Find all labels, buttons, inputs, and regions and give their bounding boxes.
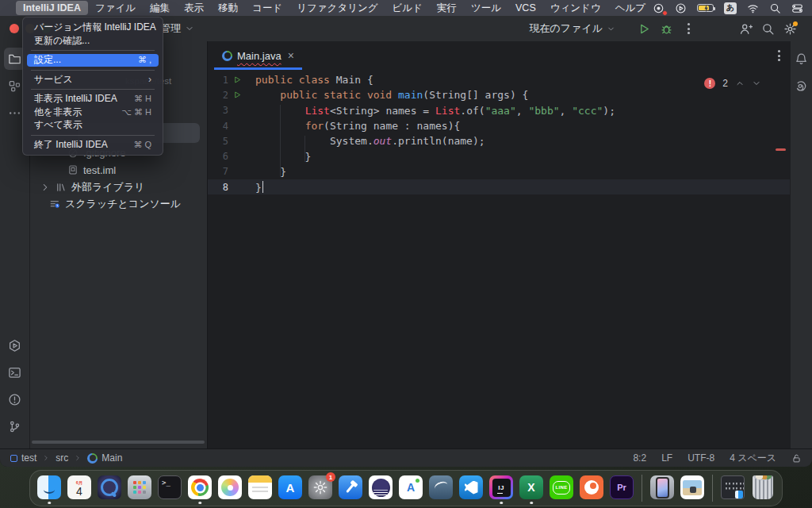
dock-appstore[interactable]: A bbox=[278, 474, 302, 502]
menubar-item[interactable]: 実行 bbox=[430, 0, 464, 17]
dock-line[interactable]: LINE bbox=[550, 474, 573, 502]
control-center-icon[interactable] bbox=[791, 2, 803, 14]
menu-item[interactable]: 非表示 IntelliJ IDEA⌘ H bbox=[27, 93, 159, 106]
panel-horizontal-scrollbar[interactable] bbox=[32, 441, 205, 444]
menubar-item[interactable]: ウィンドウ bbox=[543, 0, 608, 17]
dock-terminal[interactable]: >_ bbox=[158, 474, 182, 502]
dock-eclipse[interactable] bbox=[369, 474, 393, 502]
dock-android-studio[interactable]: A bbox=[399, 474, 423, 502]
inspections-widget[interactable]: ! 2 bbox=[704, 78, 761, 89]
app-glyph: LINE bbox=[556, 485, 568, 490]
dock-mysql[interactable] bbox=[429, 474, 453, 502]
run-gutter[interactable] bbox=[228, 90, 246, 99]
play-icon[interactable] bbox=[233, 90, 242, 99]
tool-stripe-services[interactable] bbox=[4, 334, 26, 356]
editor-options-icon[interactable] bbox=[778, 50, 780, 61]
breadcrumb-item[interactable]: src bbox=[56, 452, 68, 464]
tool-stripe-notifications[interactable] bbox=[791, 48, 812, 70]
previous-error-icon[interactable] bbox=[735, 79, 745, 88]
dock-vscode[interactable] bbox=[459, 474, 483, 502]
status-widget[interactable]: UTF-8 bbox=[688, 452, 714, 464]
dock-excel[interactable]: X bbox=[519, 474, 543, 502]
code-with-me-button[interactable] bbox=[734, 19, 756, 38]
more-actions-button[interactable] bbox=[677, 19, 699, 38]
screen-recording-icon[interactable] bbox=[653, 2, 665, 14]
tool-stripe-problems[interactable] bbox=[4, 388, 26, 410]
menu-item[interactable]: すべて表示 bbox=[27, 119, 159, 132]
code-editor[interactable]: 1public class Main {2 public static void… bbox=[208, 70, 790, 448]
dock-notes[interactable] bbox=[248, 474, 272, 502]
tool-stripe-ai-assistant[interactable] bbox=[791, 75, 812, 97]
menu-item[interactable]: バージョン情報 IntelliJ IDEA bbox=[27, 21, 159, 34]
breadcrumb-item[interactable]: test bbox=[10, 452, 36, 464]
dock-trash[interactable] bbox=[751, 474, 775, 502]
tree-item[interactable]: test.iml bbox=[30, 162, 207, 179]
menubar-item[interactable]: 表示 bbox=[177, 0, 211, 17]
menu-separator bbox=[31, 50, 155, 51]
menu-item[interactable]: 他を非表示⌥ ⌘ H bbox=[27, 106, 159, 119]
dock-quicktime[interactable] bbox=[98, 474, 121, 502]
lock-open-icon[interactable] bbox=[791, 453, 802, 464]
status-widget[interactable]: LF bbox=[661, 452, 672, 464]
menubar-item[interactable]: VCS bbox=[508, 1, 543, 15]
dock-launchpad[interactable] bbox=[128, 474, 151, 502]
dock-iphone-mirroring[interactable] bbox=[650, 474, 674, 502]
menubar-item[interactable]: ファイル bbox=[88, 0, 143, 17]
dock-calendar[interactable]: 6月4 bbox=[67, 474, 91, 502]
close-window-button[interactable] bbox=[10, 24, 19, 33]
breadcrumb-item[interactable]: Main bbox=[87, 452, 122, 464]
structure-icon bbox=[8, 79, 21, 93]
search-everywhere-button[interactable] bbox=[756, 19, 779, 38]
error-stripe-mark[interactable] bbox=[776, 148, 786, 151]
spotlight-icon[interactable] bbox=[769, 2, 781, 14]
settings-button[interactable] bbox=[779, 19, 801, 38]
play-circle-icon[interactable] bbox=[675, 2, 687, 14]
wifi-icon[interactable] bbox=[747, 2, 759, 14]
menu-item[interactable]: 設定...⌘ , bbox=[27, 54, 159, 67]
status-widget[interactable]: 8:2 bbox=[633, 452, 646, 464]
project-widget[interactable]: 管理 bbox=[160, 16, 194, 41]
tree-item[interactable]: 外部ライブラリ bbox=[30, 179, 207, 196]
menubar-item[interactable]: コード bbox=[245, 0, 289, 17]
menu-item[interactable]: サービス› bbox=[27, 74, 159, 87]
dock-window-thumbnail[interactable] bbox=[721, 474, 745, 502]
menu-item[interactable]: 更新の確認... bbox=[27, 35, 159, 48]
dock-postman[interactable] bbox=[580, 474, 603, 502]
run-gutter[interactable] bbox=[228, 75, 246, 84]
input-method-icon[interactable]: あ bbox=[724, 2, 737, 14]
menubar-item[interactable]: ヘルプ bbox=[608, 0, 653, 17]
run-configuration-selector[interactable]: 現在のファイル bbox=[529, 21, 615, 36]
menu-item[interactable]: 終了 IntelliJ IDEA⌘ Q bbox=[27, 139, 159, 152]
menubar-item[interactable]: ツール bbox=[464, 0, 508, 17]
menubar-item[interactable]: IntelliJ IDEA bbox=[16, 1, 88, 15]
dock-photos[interactable] bbox=[218, 474, 242, 502]
debug-button[interactable] bbox=[655, 19, 677, 38]
menubar-item[interactable]: 編集 bbox=[143, 0, 177, 17]
menu-item-label: 設定... bbox=[34, 53, 61, 67]
status-widget[interactable]: 4 スペース bbox=[730, 452, 776, 465]
tab-close-icon[interactable]: × bbox=[288, 50, 294, 61]
menubar-item[interactable]: リファクタリング bbox=[289, 0, 385, 17]
menu-separator bbox=[31, 135, 155, 136]
dock-xcode[interactable] bbox=[339, 474, 362, 502]
chevron-right-icon[interactable] bbox=[40, 182, 51, 193]
menubar-item[interactable]: ビルド bbox=[385, 0, 430, 17]
dock-chrome[interactable] bbox=[188, 474, 212, 502]
dock-intellij[interactable]: IJ bbox=[489, 474, 513, 502]
tab-main-java[interactable]: Main.java × bbox=[214, 41, 302, 70]
menubar-item[interactable]: 移動 bbox=[211, 0, 245, 17]
code-line: 2 public static void main(String[] args)… bbox=[208, 87, 790, 102]
play-icon[interactable] bbox=[233, 75, 242, 84]
code-line: 6 } bbox=[208, 148, 790, 164]
tree-item[interactable]: スクラッチとコンソール bbox=[30, 196, 207, 214]
dock-premiere[interactable]: Pr bbox=[610, 474, 634, 502]
dock-finder[interactable] bbox=[37, 474, 61, 502]
dock-desktop-preview[interactable] bbox=[680, 474, 704, 502]
battery-icon[interactable] bbox=[697, 4, 714, 12]
next-error-icon[interactable] bbox=[752, 79, 761, 88]
dock-settings[interactable]: 1 bbox=[308, 474, 332, 502]
tool-stripe-terminal[interactable] bbox=[4, 361, 26, 383]
run-button[interactable] bbox=[633, 19, 655, 38]
tool-stripe-version-control[interactable] bbox=[4, 415, 26, 437]
iphone-mirroring-app-icon bbox=[650, 475, 674, 499]
